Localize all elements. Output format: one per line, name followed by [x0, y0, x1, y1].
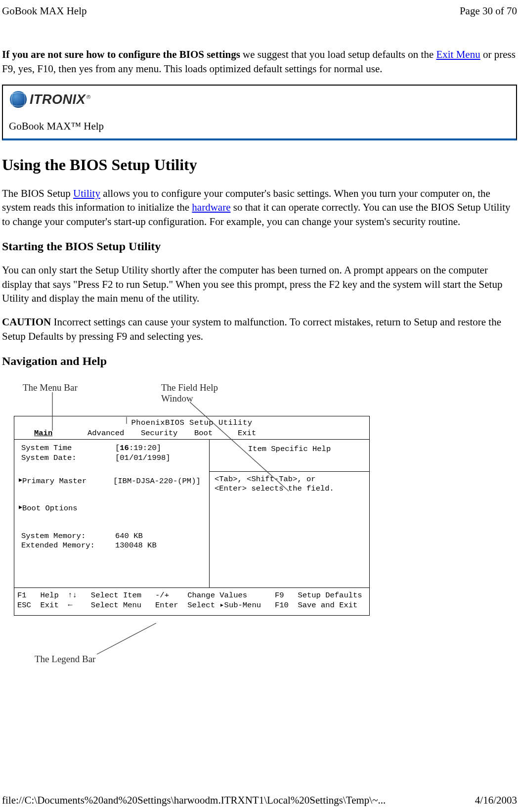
system-memory-label: System Memory:: [21, 532, 115, 541]
extended-memory-label: Extended Memory:: [21, 541, 115, 550]
primary-master-label: Primary Master: [19, 477, 113, 486]
system-date-label: System Date:: [21, 453, 115, 463]
legend-line1: F1 Help ↑↓ Select Item -/+ Change Values…: [17, 591, 366, 600]
page-title: Using the BIOS Setup Utility: [2, 154, 517, 176]
intro-paragraph: If you are not sure how to configure the…: [2, 47, 517, 76]
page-footer: file://C:\Documents%20and%20Settings\har…: [2, 793, 517, 807]
caution-text: Incorrect settings can cause your system…: [2, 316, 501, 342]
logo-row: ITRONIX®: [6, 90, 513, 108]
brand-name: ITRONIX: [30, 92, 86, 107]
row-primary-master: ▶ Primary Master [IBM-DJSA-220-(PM)]: [19, 477, 204, 486]
system-time-rest: :19:20]: [129, 444, 161, 452]
bios-right-pane: Item Specific Help <Tab>, <Shift-Tab>, o…: [210, 440, 369, 587]
caution-label: CAUTION: [2, 316, 51, 328]
help-text-line1: <Tab>, <Shift-Tab>, or: [215, 475, 364, 484]
bios-legend-bar: F1 Help ↑↓ Select Item -/+ Change Values…: [14, 587, 369, 615]
paragraph-2: You can only start the Setup Utility sho…: [2, 263, 517, 305]
bios-figure: The Menu Bar The Field Help Window The L…: [3, 378, 379, 675]
row-system-memory: System Memory: 640 KB: [19, 532, 204, 541]
bios-left-pane: System Time [16:19:20] System Date: [01/…: [14, 440, 210, 587]
page-content: If you are not sure how to configure the…: [0, 18, 519, 675]
bios-menu-bar: Main Advanced Security Boot Exit: [14, 429, 369, 439]
registered-mark: ®: [86, 94, 91, 100]
paragraph-caution: CAUTION Incorrect settings can cause you…: [2, 315, 517, 343]
submenu-marker-icon: ▶: [19, 504, 22, 511]
boot-options-label: Boot Options: [19, 504, 113, 513]
primary-master-value: [IBM-DJSA-220-(PM)]: [113, 477, 201, 486]
bios-body: System Time [16:19:20] System Date: [01/…: [14, 439, 369, 587]
row-system-time: System Time [16:19:20]: [19, 444, 204, 453]
system-date-value: [01/01/1998]: [115, 453, 171, 463]
globe-icon: [10, 91, 27, 108]
submenu-marker-icon: ▶: [19, 477, 22, 484]
row-system-date: System Date: [01/01/1998]: [19, 453, 204, 463]
subheading-navigation: Navigation and Help: [2, 353, 517, 369]
help-text-line2: <Enter> selects the field.: [215, 484, 364, 494]
tab-main: Main: [34, 429, 87, 438]
header-left: GoBook MAX Help: [2, 4, 87, 18]
system-time-value: [16:19:20]: [115, 444, 161, 453]
row-boot-options: ▶ Boot Options: [19, 504, 204, 513]
menubar-label: The Menu Bar: [23, 381, 78, 394]
fieldhelp-label-2: Window: [161, 392, 193, 405]
hardware-link[interactable]: hardware: [192, 201, 230, 213]
legend-line2: ESC Exit ← Select Menu Enter Select ▸Sub…: [17, 601, 366, 610]
system-memory-value: 640 KB: [115, 532, 143, 541]
svg-line-2: [97, 623, 156, 654]
utility-link[interactable]: Utility: [73, 187, 100, 199]
system-time-label: System Time: [21, 444, 115, 453]
row-extended-memory: Extended Memory: 130048 KB: [19, 541, 204, 550]
extended-memory-value: 130048 KB: [115, 541, 157, 550]
bios-window: PhoenixBIOS Setup Utility Main Advanced …: [14, 416, 370, 616]
paragraph-1: The BIOS Setup Utility allows you to con…: [2, 186, 517, 228]
tab-exit: Exit: [238, 429, 291, 438]
tab-boot: Boot: [194, 429, 238, 438]
system-time-open: [: [115, 444, 120, 452]
product-name: GoBook MAX™ Help: [6, 118, 513, 135]
bios-title: PhoenixBIOS Setup Utility: [14, 416, 369, 429]
tab-advanced: Advanced: [87, 429, 141, 438]
footer-path: file://C:\Documents%20and%20Settings\har…: [2, 793, 386, 807]
page-header: GoBook MAX Help Page 30 of 70: [0, 0, 519, 18]
exit-menu-link[interactable]: Exit Menu: [436, 48, 480, 60]
right-divider: [210, 471, 369, 472]
para1-pre: The BIOS Setup: [2, 187, 73, 199]
intro-bold: If you are not sure how to configure the…: [2, 48, 240, 60]
title-banner: ITRONIX® GoBook MAX™ Help: [2, 85, 517, 140]
subheading-starting: Starting the BIOS Setup Utility: [2, 238, 517, 254]
footer-date: 4/16/2003: [475, 793, 517, 807]
item-specific-help-title: Item Specific Help: [215, 444, 364, 454]
intro-text-1: we suggest that you load setup defaults …: [240, 48, 436, 60]
title-banner-inner: ITRONIX® GoBook MAX™ Help: [3, 86, 516, 138]
legendbar-label: The Legend Bar: [35, 653, 95, 666]
tab-security: Security: [141, 429, 194, 438]
header-right: Page 30 of 70: [460, 4, 517, 18]
brand-text: ITRONIX®: [30, 90, 91, 108]
system-time-hour: 16: [120, 444, 129, 452]
